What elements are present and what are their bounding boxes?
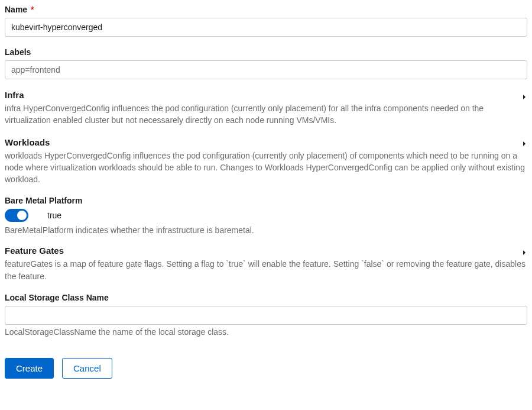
name-label-text: Name bbox=[5, 5, 27, 14]
chevron-right-icon bbox=[521, 139, 527, 145]
workloads-description: workloads HyperConvergedConfig influence… bbox=[5, 150, 527, 186]
switch-thumb bbox=[17, 211, 27, 220]
form-actions: Create Cancel bbox=[5, 358, 527, 379]
required-asterisk-icon: * bbox=[31, 5, 34, 14]
labels-input[interactable] bbox=[5, 60, 527, 79]
bare-metal-toggle[interactable] bbox=[5, 209, 28, 222]
infra-section: Infra infra HyperConvergedConfig influen… bbox=[5, 90, 527, 127]
create-button[interactable]: Create bbox=[5, 358, 54, 379]
name-field-group: Name * bbox=[5, 5, 527, 37]
feature-gates-title: Feature Gates bbox=[5, 246, 64, 256]
bare-metal-switch-row: true bbox=[5, 209, 527, 222]
infra-title: Infra bbox=[5, 90, 24, 100]
bare-metal-toggle-value: true bbox=[47, 211, 61, 220]
name-input[interactable] bbox=[5, 18, 527, 37]
workloads-section: Workloads workloads HyperConvergedConfig… bbox=[5, 137, 527, 186]
chevron-right-icon bbox=[521, 92, 527, 98]
bare-metal-section: Bare Metal Platform true BareMetalPlatfo… bbox=[5, 196, 527, 235]
cancel-button[interactable]: Cancel bbox=[62, 358, 112, 379]
bare-metal-label: Bare Metal Platform bbox=[5, 196, 527, 205]
local-storage-field-group: Local Storage Class Name LocalStorageCla… bbox=[5, 293, 527, 337]
local-storage-label: Local Storage Class Name bbox=[5, 293, 527, 302]
feature-gates-header[interactable]: Feature Gates bbox=[5, 246, 527, 256]
labels-field-group: Labels bbox=[5, 47, 527, 79]
infra-description: infra HyperConvergedConfig influences th… bbox=[5, 102, 527, 127]
feature-gates-description: featureGates is a map of feature gate fl… bbox=[5, 258, 527, 282]
labels-label: Labels bbox=[5, 47, 527, 57]
switch-track bbox=[5, 209, 28, 222]
infra-header[interactable]: Infra bbox=[5, 90, 527, 100]
workloads-header[interactable]: Workloads bbox=[5, 137, 527, 147]
workloads-title: Workloads bbox=[5, 137, 50, 147]
name-label: Name * bbox=[5, 5, 527, 14]
local-storage-input[interactable] bbox=[5, 306, 527, 325]
local-storage-description: LocalStorageClassName the name of the lo… bbox=[5, 327, 527, 337]
bare-metal-description: BareMetalPlatform indicates whether the … bbox=[5, 225, 527, 235]
feature-gates-section: Feature Gates featureGates is a map of f… bbox=[5, 246, 527, 282]
chevron-right-icon bbox=[521, 248, 527, 254]
